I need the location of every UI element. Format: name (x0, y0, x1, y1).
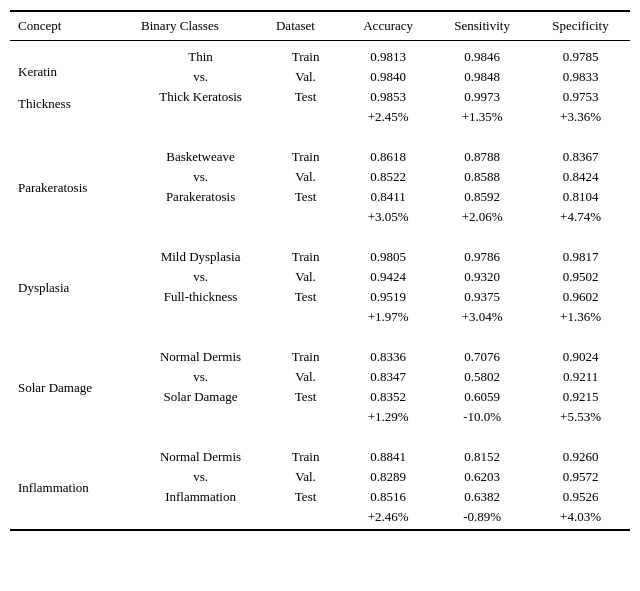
dataset-cell: Val. (268, 467, 343, 487)
sensitivity-cell: 0.8588 (433, 167, 531, 187)
dataset-cell: Train (268, 241, 343, 267)
accuracy-cell: 0.9805 (343, 241, 433, 267)
binary-class-cell (133, 407, 268, 429)
binary-class-cell: Inflammation (133, 487, 268, 507)
col-dataset: Dataset (268, 11, 343, 41)
sensitivity-cell: 0.9320 (433, 267, 531, 287)
group-spacer-row (10, 129, 630, 141)
dataset-cell: Val. (268, 367, 343, 387)
accuracy-cell: 0.9813 (343, 41, 433, 68)
accuracy-cell: 0.8516 (343, 487, 433, 507)
col-sensitivity: Sensitivity (433, 11, 531, 41)
binary-class-cell: vs. (133, 367, 268, 387)
dataset-cell: Train (268, 141, 343, 167)
concept-cell: Solar Damage (10, 341, 133, 429)
accuracy-cell: +1.97% (343, 307, 433, 329)
sensitivity-cell: +2.06% (433, 207, 531, 229)
concept-cell: KeratinThickness (10, 41, 133, 130)
specificity-cell: 0.9572 (531, 467, 630, 487)
binary-class-cell (133, 507, 268, 530)
concept-cell: Dysplasia (10, 241, 133, 329)
binary-class-cell: Mild Dysplasia (133, 241, 268, 267)
binary-class-cell: Thin (133, 41, 268, 68)
accuracy-cell: 0.8347 (343, 367, 433, 387)
specificity-cell: 0.9602 (531, 287, 630, 307)
accuracy-cell: 0.8618 (343, 141, 433, 167)
dataset-cell (268, 507, 343, 530)
specificity-cell: 0.9817 (531, 241, 630, 267)
dataset-cell: Val. (268, 267, 343, 287)
data-row: KeratinThicknessThinTrain0.98130.98460.9… (10, 41, 630, 68)
sensitivity-cell: 0.6203 (433, 467, 531, 487)
dataset-cell (268, 107, 343, 129)
accuracy-cell: 0.9519 (343, 287, 433, 307)
data-row: Solar DamageNormal DermisTrain0.83360.70… (10, 341, 630, 367)
binary-class-cell: vs. (133, 467, 268, 487)
dataset-cell: Test (268, 487, 343, 507)
sensitivity-cell: 0.7076 (433, 341, 531, 367)
sensitivity-cell: -0.89% (433, 507, 531, 530)
sensitivity-cell: 0.5802 (433, 367, 531, 387)
sensitivity-cell: 0.9375 (433, 287, 531, 307)
dataset-cell (268, 207, 343, 229)
col-accuracy: Accuracy (343, 11, 433, 41)
binary-class-cell: vs. (133, 267, 268, 287)
sensitivity-cell: 0.8592 (433, 187, 531, 207)
dataset-cell: Test (268, 87, 343, 107)
concept-cell: Inflammation (10, 441, 133, 530)
sensitivity-cell: 0.8788 (433, 141, 531, 167)
accuracy-cell: 0.8411 (343, 187, 433, 207)
sensitivity-cell: 0.9973 (433, 87, 531, 107)
accuracy-cell: 0.9424 (343, 267, 433, 287)
dataset-cell: Train (268, 441, 343, 467)
dataset-cell: Val. (268, 67, 343, 87)
accuracy-cell: 0.8522 (343, 167, 433, 187)
specificity-cell: 0.9785 (531, 41, 630, 68)
dataset-cell: Test (268, 387, 343, 407)
accuracy-cell: 0.9840 (343, 67, 433, 87)
binary-class-cell (133, 307, 268, 329)
dataset-cell (268, 407, 343, 429)
accuracy-cell: +3.05% (343, 207, 433, 229)
binary-class-cell: Parakeratosis (133, 187, 268, 207)
dataset-cell: Train (268, 41, 343, 68)
specificity-cell: 0.9502 (531, 267, 630, 287)
concept-cell: Parakeratosis (10, 141, 133, 229)
col-specificity: Specificity (531, 11, 630, 41)
dataset-cell (268, 307, 343, 329)
group-spacer-row (10, 229, 630, 241)
accuracy-cell: 0.9853 (343, 87, 433, 107)
sensitivity-cell: +1.35% (433, 107, 531, 129)
binary-class-cell: Thick Keratosis (133, 87, 268, 107)
accuracy-cell: 0.8289 (343, 467, 433, 487)
binary-class-cell: Normal Dermis (133, 441, 268, 467)
specificity-cell: 0.9215 (531, 387, 630, 407)
sensitivity-cell: 0.9846 (433, 41, 531, 68)
specificity-cell: +4.03% (531, 507, 630, 530)
specificity-cell: 0.9260 (531, 441, 630, 467)
dataset-cell: Val. (268, 167, 343, 187)
binary-class-cell: Basketweave (133, 141, 268, 167)
col-concept: Concept (10, 11, 133, 41)
specificity-cell: 0.9753 (531, 87, 630, 107)
specificity-cell: 0.8424 (531, 167, 630, 187)
specificity-cell: 0.9526 (531, 487, 630, 507)
specificity-cell: 0.9833 (531, 67, 630, 87)
accuracy-cell: +2.45% (343, 107, 433, 129)
sensitivity-cell: 0.9848 (433, 67, 531, 87)
group-spacer-row (10, 429, 630, 441)
results-table: Concept Binary Classes Dataset Accuracy … (10, 10, 630, 531)
accuracy-cell: +2.46% (343, 507, 433, 530)
binary-class-cell: vs. (133, 67, 268, 87)
group-spacer-row (10, 329, 630, 341)
dataset-cell: Train (268, 341, 343, 367)
header-row: Concept Binary Classes Dataset Accuracy … (10, 11, 630, 41)
binary-class-cell (133, 207, 268, 229)
accuracy-cell: +1.29% (343, 407, 433, 429)
dataset-cell: Test (268, 287, 343, 307)
sensitivity-cell: 0.9786 (433, 241, 531, 267)
sensitivity-cell: -10.0% (433, 407, 531, 429)
dataset-cell: Test (268, 187, 343, 207)
binary-class-cell: Normal Dermis (133, 341, 268, 367)
sensitivity-cell: 0.6382 (433, 487, 531, 507)
